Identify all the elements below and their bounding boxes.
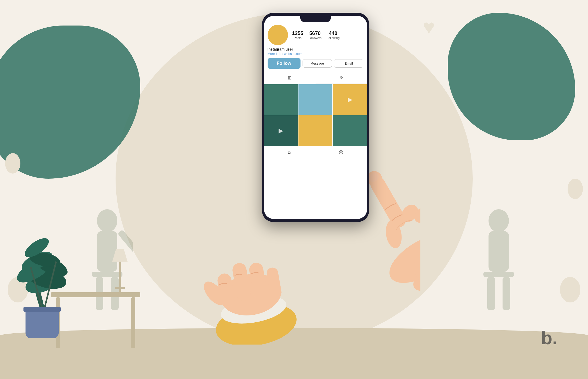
scene: ♥ [0,0,588,379]
deco-blob-4 [568,179,583,199]
grid-cell-6 [333,115,367,146]
posts-label: Posts [292,36,304,40]
phone-wrapper: 1255 Posts 5670 Followers 440 Following [262,13,369,222]
phone-notch [300,16,331,22]
tab-grid-icon[interactable]: ⊞ [264,73,316,83]
svg-point-0 [97,209,117,232]
camera-icon[interactable]: ◎ [339,149,343,155]
grid-cell-1 [264,84,298,115]
svg-rect-23 [115,287,125,289]
watermark: b. [541,327,557,348]
followers-count: 5670 [308,30,321,36]
profile-website: More info : website.com [268,52,364,56]
bg-blob-right [448,13,575,140]
svg-marker-22 [112,249,128,262]
grid-cell-4: ▶ [264,115,298,146]
heart-decoration: ♥ [423,15,435,39]
following-label: Following [327,36,340,40]
follow-button[interactable]: Follow [268,58,301,69]
action-buttons: Follow Message Email [268,58,364,69]
instagram-profile: 1255 Posts 5670 Followers 440 Following [264,22,367,73]
profile-username: Instagram user [268,47,364,51]
deco-blob-2 [560,277,580,302]
email-button[interactable]: Email [334,59,363,68]
plant [26,310,59,338]
message-button[interactable]: Message [303,59,332,68]
phone-screen: 1255 Posts 5670 Followers 440 Following [264,16,367,219]
play-icon-2: ▶ [279,127,283,134]
silhouette-right [473,200,524,328]
stat-followers: 5670 Followers [308,30,321,40]
svg-point-6 [489,209,509,232]
tab-row: ⊞ ☺ [264,73,367,83]
stat-following: 440 Following [327,30,340,40]
grid-cell-2 [298,84,332,115]
phone: 1255 Posts 5670 Followers 440 Following [262,13,369,222]
phone-bottom-bar: ⌂ ◎ [264,146,367,156]
followers-label: Followers [308,36,321,40]
following-count: 440 [327,30,340,36]
tab-tag-icon[interactable]: ☺ [316,73,367,83]
svg-rect-10 [503,277,510,310]
lamp [110,241,130,292]
stats-row: 1255 Posts 5670 Followers 440 Following [292,30,364,40]
svg-rect-8 [483,272,514,277]
svg-rect-7 [489,231,509,272]
plant-leaves [5,216,82,318]
ground [0,328,588,379]
posts-count: 1255 [292,30,304,36]
grid-cell-3: ▶ [333,84,367,115]
play-icon-1: ▶ [348,96,352,103]
svg-rect-9 [487,277,495,310]
plant-pot [26,310,59,338]
desk-leg-right [131,297,135,348]
grid-cell-5 [298,115,332,146]
profile-header: 1255 Posts 5670 Followers 440 Following [268,25,364,45]
photo-grid: ▶ ▶ [264,84,367,146]
home-icon[interactable]: ⌂ [288,149,291,155]
deco-blob-3 [5,153,20,174]
avatar [268,25,288,45]
stat-posts: 1255 Posts [292,30,304,40]
